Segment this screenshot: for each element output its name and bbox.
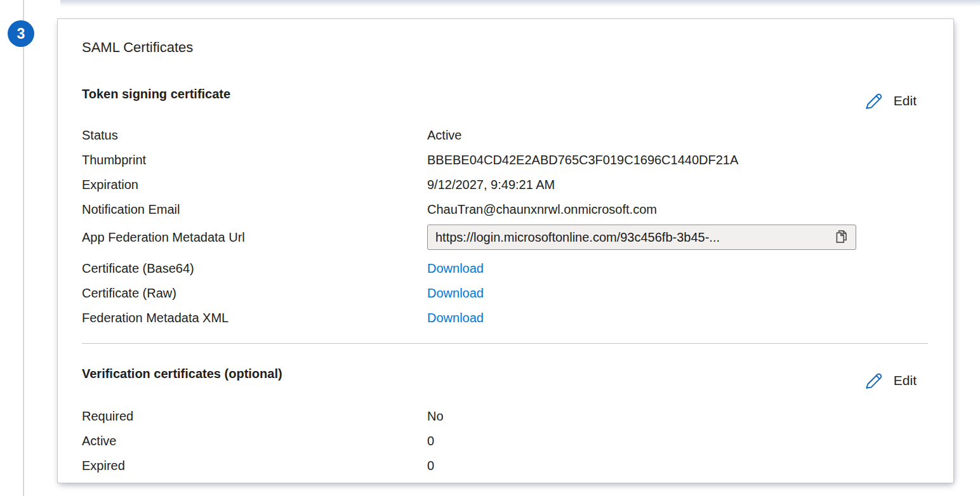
saml-certificates-card: SAML Certificates Token signing certific… (57, 18, 954, 483)
token-signing-section-header: Token signing certificate Edit (82, 86, 928, 110)
expired-label: Expired (82, 454, 427, 478)
pencil-icon (864, 91, 884, 110)
required-value: No (427, 404, 444, 429)
verification-heading: Verification certificates (optional) (82, 365, 282, 382)
thumbprint-label: Thumbprint (82, 148, 427, 173)
token-signing-heading: Token signing certificate (82, 86, 230, 102)
certificate-base64-row: Certificate (Base64) Download (82, 256, 928, 281)
card-title: SAML Certificates (82, 39, 928, 56)
edit-label: Edit (894, 373, 917, 388)
app-federation-metadata-url-row: App Federation Metadata Url https://logi… (82, 223, 928, 251)
certificate-raw-download-link[interactable]: Download (427, 281, 484, 306)
copy-url-button[interactable] (831, 227, 852, 247)
verification-rows: Required No Active 0 Expired 0 (82, 404, 928, 478)
certificate-base64-download-link[interactable]: Download (427, 256, 484, 281)
thumbprint-value: BBEBE04CD42E2ABD765C3F019C1696C1440DF21A (427, 148, 738, 173)
certificate-base64-label: Certificate (Base64) (82, 256, 427, 281)
edit-verification-button[interactable]: Edit (864, 371, 917, 390)
timeline-connector-line (23, 0, 24, 496)
app-federation-metadata-url-field[interactable]: https://login.microsoftonline.com/93c456… (427, 225, 856, 250)
status-label: Status (82, 123, 427, 148)
copy-icon (833, 228, 850, 247)
previous-card-bottom-shadow (60, 0, 980, 8)
thumbprint-row: Thumbprint BBEBE04CD42E2ABD765C3F019C169… (82, 148, 928, 173)
federation-metadata-xml-download-link[interactable]: Download (427, 306, 484, 330)
step-number: 3 (17, 25, 25, 42)
active-label: Active (82, 429, 427, 454)
step-3-badge: 3 (8, 20, 34, 47)
edit-label: Edit (894, 93, 917, 108)
status-value: Active (427, 123, 461, 148)
pencil-icon (864, 371, 884, 390)
notification-email-label: Notification Email (82, 197, 427, 222)
federation-metadata-xml-label: Federation Metadata XML (82, 306, 427, 330)
verification-section-header: Verification certificates (optional) Edi… (82, 365, 928, 390)
expiration-value: 9/12/2027, 9:49:21 AM (427, 173, 555, 197)
edit-token-signing-button[interactable]: Edit (864, 91, 917, 110)
notification-email-value: ChauTran@chaunxnrwl.onmicrosoft.com (427, 197, 657, 222)
certificate-raw-row: Certificate (Raw) Download (82, 281, 928, 306)
app-federation-metadata-url-label: App Federation Metadata Url (82, 223, 427, 251)
expiration-label: Expiration (82, 173, 427, 197)
token-signing-rows: Status Active Thumbprint BBEBE04CD42E2AB… (82, 123, 928, 330)
required-row: Required No (82, 404, 928, 429)
expired-row: Expired 0 (82, 454, 928, 478)
section-divider (82, 343, 928, 344)
federation-metadata-xml-row: Federation Metadata XML Download (82, 306, 928, 330)
certificate-raw-label: Certificate (Raw) (82, 281, 427, 306)
notification-email-row: Notification Email ChauTran@chaunxnrwl.o… (82, 197, 928, 222)
required-label: Required (82, 404, 427, 429)
status-row: Status Active (82, 123, 928, 148)
active-value: 0 (427, 429, 434, 454)
expired-value: 0 (427, 454, 434, 478)
active-row: Active 0 (82, 429, 928, 454)
expiration-row: Expiration 9/12/2027, 9:49:21 AM (82, 173, 928, 197)
app-federation-metadata-url-value: https://login.microsoftonline.com/93c456… (435, 230, 831, 245)
